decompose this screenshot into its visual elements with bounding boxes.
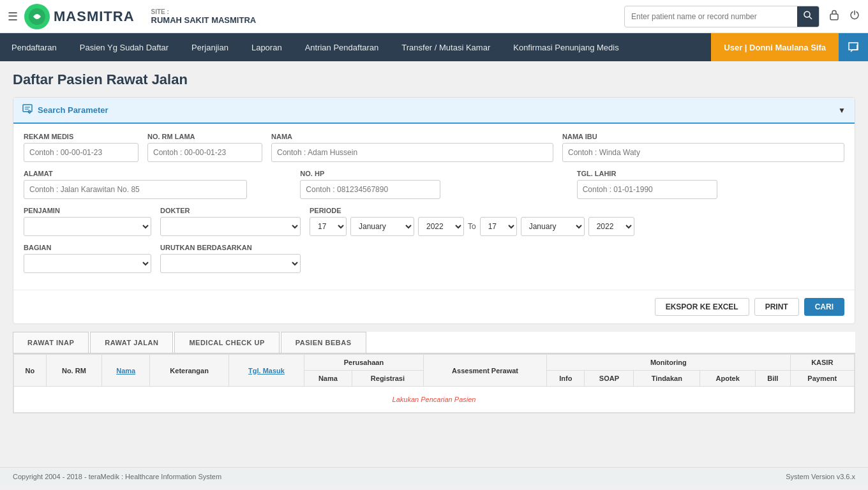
form-row-2: ALAMAT NO. HP TGL. LAHIR	[24, 170, 844, 199]
global-search-container	[624, 6, 819, 27]
form-row-3: PENJAMIN DOKTER PERIODE 17	[24, 207, 844, 236]
form-group-periode: PERIODE 17 January 2022 To 17	[310, 207, 634, 236]
form-group-penjamin: PENJAMIN	[24, 207, 151, 236]
site-info: SITE : RUMAH SAKIT MASMITRA	[151, 8, 257, 25]
tab-pasien-bebas[interactable]: PASIEN BEBAS	[281, 332, 366, 353]
select-to-day[interactable]: 17	[480, 217, 517, 236]
input-no-rm-lama[interactable]	[147, 143, 262, 162]
global-search-button[interactable]	[797, 6, 819, 27]
footer-version: System Version v3.6.x	[786, 473, 855, 480]
label-rekam-medis: REKAM MEDIS	[24, 133, 138, 140]
site-label: SITE :	[151, 8, 257, 15]
header: ☰ MASMITRA SITE : RUMAH SAKIT MASMITRA	[0, 0, 868, 33]
input-tgl-lahir[interactable]	[577, 180, 717, 199]
logo-text: MASMITRA	[54, 8, 135, 25]
form-group-urutkan: URUTKAN BERDASARKAN	[160, 244, 301, 273]
logo-container: MASMITRA	[24, 4, 135, 29]
form-row-4: BAGIAN URUTKAN BERDASARKAN	[24, 244, 844, 273]
tab-medical-check-up[interactable]: MEDICAL CHECK UP	[174, 332, 279, 353]
select-penjamin[interactable]	[24, 217, 151, 236]
footer-copyright: Copyright 2004 - 2018 - teraMedik : Heal…	[13, 473, 221, 480]
print-button[interactable]: PRINT	[754, 298, 799, 316]
label-bagian: BAGIAN	[24, 244, 151, 251]
input-alamat[interactable]	[24, 180, 247, 199]
th-assesment-perawat: Assesment Perawat	[424, 355, 547, 387]
svg-point-2	[804, 11, 810, 17]
select-urutkan[interactable]	[160, 254, 301, 273]
form-group-tgl-lahir: TGL. LAHIR	[577, 170, 844, 199]
input-nama[interactable]	[271, 143, 553, 162]
nav-item-laporan[interactable]: Laporan	[240, 33, 294, 61]
form-group-no-hp: NO. HP	[300, 170, 567, 199]
power-icon[interactable]	[849, 9, 860, 24]
th-tgl-masuk: Tgl. Masuk	[229, 355, 304, 387]
th-monitoring: Monitoring	[547, 355, 790, 371]
th-no-rm: No. RM	[46, 355, 102, 387]
site-name: RUMAH SAKIT MASMITRA	[151, 15, 257, 25]
th-nama-link[interactable]: Nama	[116, 367, 135, 375]
th-tgl-masuk-link[interactable]: Tgl. Masuk	[248, 367, 285, 375]
th-perusahaan: Perusahaan	[304, 355, 423, 371]
nav-item-pasien-sudah-daftar[interactable]: Pasien Yg Sudah Daftar	[68, 33, 180, 61]
lock-icon[interactable]	[828, 9, 840, 24]
search-panel-body: REKAM MEDIS NO. RM LAMA NAMA NAMA IBU	[13, 124, 855, 290]
logo-icon	[24, 4, 50, 29]
nav-item-transfer[interactable]: Transfer / Mutasi Kamar	[390, 33, 502, 61]
form-group-bagian: BAGIAN	[24, 244, 151, 273]
search-panel-label: Search Parameter	[38, 105, 108, 115]
svg-point-1	[35, 15, 39, 19]
select-from-year[interactable]: 2022	[418, 217, 464, 236]
global-search-input[interactable]	[625, 12, 797, 21]
table-header-row-1: No No. RM Nama Keterangan Tgl. Masuk Per…	[14, 355, 855, 371]
th-nama: Nama	[102, 355, 150, 387]
form-group-dokter: DOKTER	[160, 207, 301, 236]
svg-line-3	[809, 17, 812, 19]
form-group-nama-ibu: NAMA IBU	[562, 133, 844, 162]
hamburger-menu[interactable]: ☰	[8, 10, 18, 24]
nav-items: Pendaftaran Pasien Yg Sudah Daftar Perja…	[0, 33, 711, 61]
tabs-container: RAWAT INAP RAWAT JALAN MEDICAL CHECK UP …	[13, 332, 855, 353]
label-alamat: ALAMAT	[24, 170, 291, 177]
label-tgl-lahir: TGL. LAHIR	[577, 170, 844, 177]
input-nama-ibu[interactable]	[562, 143, 844, 162]
form-group-no-rm-lama: NO. RM LAMA	[147, 133, 262, 162]
select-bagian[interactable]	[24, 254, 151, 273]
th-info: Info	[547, 371, 585, 387]
patient-table: No No. RM Nama Keterangan Tgl. Masuk Per…	[13, 354, 855, 413]
nav-chat-icon[interactable]	[839, 33, 868, 61]
header-left: ☰ MASMITRA SITE : RUMAH SAKIT MASMITRA	[8, 4, 624, 29]
tab-rawat-jalan[interactable]: RAWAT JALAN	[90, 332, 173, 353]
select-to-month[interactable]: January	[521, 217, 585, 236]
action-row: EKSPOR KE EXCEL PRINT CARI	[13, 290, 855, 323]
search-panel-title: Search Parameter	[22, 104, 108, 116]
tab-rawat-inap[interactable]: RAWAT INAP	[13, 332, 89, 353]
label-nama-ibu: NAMA IBU	[562, 133, 844, 140]
nav-item-pendaftaran[interactable]: Pendaftaran	[0, 33, 68, 61]
select-from-day[interactable]: 17	[310, 217, 347, 236]
navbar: Pendaftaran Pasien Yg Sudah Daftar Perja…	[0, 33, 868, 61]
label-no-rm-lama: NO. RM LAMA	[147, 133, 262, 140]
ekspor-button[interactable]: EKSPOR KE EXCEL	[655, 298, 749, 316]
input-rekam-medis[interactable]	[24, 143, 138, 162]
footer: Copyright 2004 - 2018 - teraMedik : Heal…	[0, 467, 868, 486]
main-content: Daftar Pasien Rawat Jalan Search Paramet…	[0, 61, 868, 467]
th-tindakan: Tindakan	[634, 371, 700, 387]
periode-inputs: 17 January 2022 To 17 Januar	[310, 217, 634, 236]
nav-item-antrian[interactable]: Antrian Pendaftaran	[294, 33, 391, 61]
nav-item-konfirmasi[interactable]: Konfirmasi Penunjang Medis	[502, 33, 630, 61]
input-no-hp[interactable]	[300, 180, 440, 199]
nav-user[interactable]: User | Donni Maulana Sifa	[711, 33, 839, 61]
nav-item-perjanjian[interactable]: Perjanjian	[180, 33, 240, 61]
table-container: No No. RM Nama Keterangan Tgl. Masuk Per…	[13, 353, 855, 413]
th-perusahaan-nama: Nama	[304, 371, 352, 387]
select-to-year[interactable]: 2022	[588, 217, 634, 236]
search-panel-header[interactable]: Search Parameter ▼	[13, 98, 855, 124]
search-panel: Search Parameter ▼ REKAM MEDIS NO. RM LA…	[13, 97, 855, 324]
periode-to-label: To	[468, 222, 476, 231]
cari-button[interactable]: CARI	[804, 298, 844, 316]
select-dokter[interactable]	[160, 217, 301, 236]
th-apotek: Apotek	[700, 371, 756, 387]
svg-rect-4	[830, 14, 838, 20]
form-group-nama: NAMA	[271, 133, 553, 162]
select-from-month[interactable]: January	[350, 217, 414, 236]
